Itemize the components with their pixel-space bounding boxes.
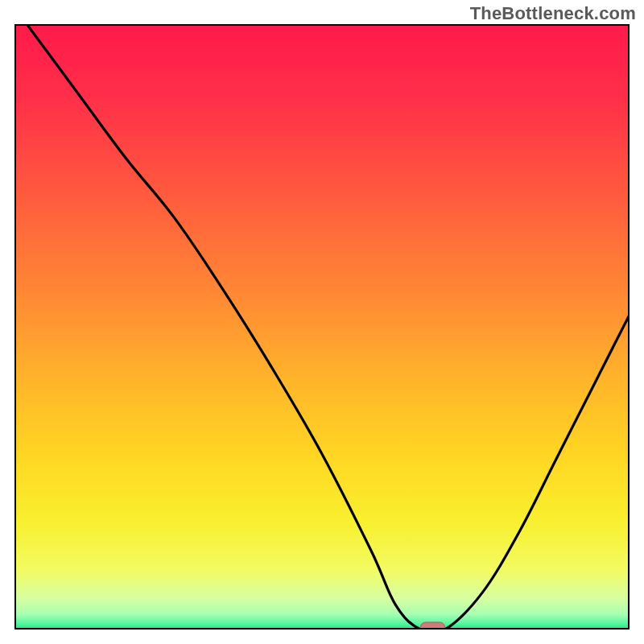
bottleneck-chart (14, 24, 630, 630)
plot-frame (14, 24, 630, 630)
watermark-text: TheBottleneck.com (470, 3, 636, 24)
chart-container: TheBottleneck.com (0, 0, 644, 644)
gradient-background (14, 24, 630, 630)
